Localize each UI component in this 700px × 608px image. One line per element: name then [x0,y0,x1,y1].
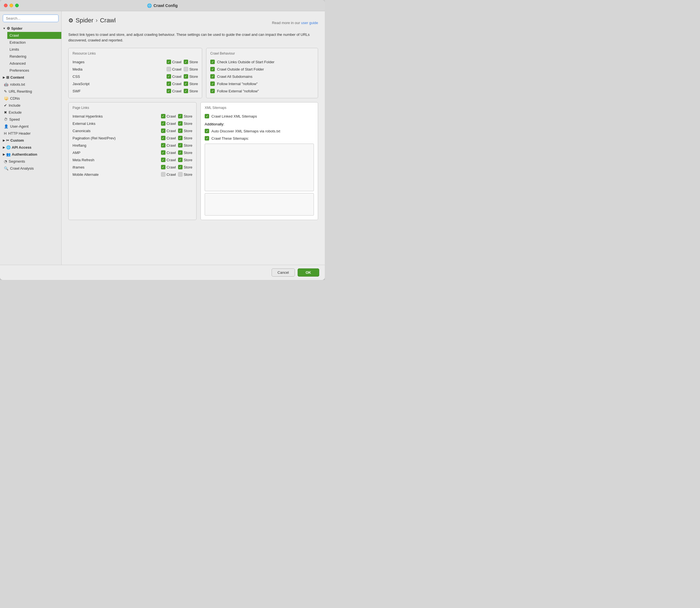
store-group: ✓Store [184,74,198,79]
link-label: Meta Refresh [73,158,161,162]
api-arrow-icon: ▶ [3,146,5,149]
checkbox[interactable]: ✓ [210,89,215,93]
sitemaps-textarea-secondary[interactable] [205,193,314,215]
sidebar-item-include[interactable]: ✔ Include [0,102,61,109]
table-row: ✓Crawl Outside of Start Folder [210,65,314,73]
checkbox[interactable]: ✓ [184,81,188,86]
speed-icon: ⏱ [4,117,7,121]
gear-icon: ⚙ [68,17,73,24]
crawl-group: ✓Crawl [161,136,176,140]
checkbox[interactable] [178,172,183,177]
link-label: Images [73,60,167,64]
table-row: ✓Follow External "nofollow" [210,87,314,95]
sidebar-item-advanced[interactable]: Advanced [7,60,61,67]
window-title: 🌐 Crawl Config [147,3,177,8]
store-group: Store [184,67,198,71]
sidebar-item-rendering[interactable]: Rendering [7,53,61,60]
sidebar-item-preferences[interactable]: Preferences [7,67,61,74]
sidebar-item-segments[interactable]: ◔ Segments [0,158,61,165]
checkbox[interactable]: ✓ [161,121,166,126]
crawl-behaviour-rows: ✓Check Links Outside of Start Folder✓Cra… [210,58,314,95]
crawl-these-row: ✓ Crawl These Sitemaps: [205,135,314,142]
checkbox[interactable]: ✓ [178,136,183,140]
checkbox[interactable]: ✓ [161,158,166,162]
content-icon: ⊞ [6,75,9,79]
sidebar-item-robots[interactable]: 🤖 robots.txt [0,81,61,88]
sidebar-rendering-label: Rendering [10,54,26,58]
sidebar-group-custom[interactable]: ▶ ✂ Custom [0,137,61,144]
sidebar-item-cdns[interactable]: 🔱 CDNs [0,95,61,102]
checkbox[interactable]: ✓ [161,129,166,133]
checkbox[interactable] [161,172,166,177]
close-button[interactable] [4,4,7,7]
checkbox[interactable]: ✓ [167,60,171,64]
checkbox[interactable]: ✓ [167,89,171,93]
additionally-text: Additionally: [205,122,224,126]
checkbox[interactable] [167,67,171,71]
checkbox[interactable]: ✓ [161,150,166,155]
sitemaps-textarea-main[interactable] [205,144,314,191]
user-guide-anchor[interactable]: user guide [301,21,318,25]
minimize-button[interactable] [10,4,13,7]
crawl-group: ✓Crawl [161,114,176,118]
ok-button[interactable]: OK [298,268,320,277]
additionally-label: Additionally: [205,120,314,127]
maximize-button[interactable] [15,4,19,7]
table-row: Images✓Crawl✓Store [73,58,198,65]
sidebar-group-content[interactable]: ▶ ⊞ Content [0,74,61,81]
sidebar-item-speed[interactable]: ⏱ Speed [0,116,61,123]
crawl-linked-checkbox[interactable]: ✓ [205,114,209,118]
sidebar-item-url-rewriting[interactable]: ✎ URL Rewriting [0,88,61,95]
titlebar: 🌐 Crawl Config [0,0,325,11]
checkbox[interactable]: ✓ [178,150,183,155]
sidebar-item-exclude[interactable]: ✖ Exclude [0,109,61,116]
sidebar-item-extraction[interactable]: Extraction [7,39,61,46]
robots-icon: 🤖 [4,82,8,87]
resource-links-rows: Images✓Crawl✓StoreMediaCrawlStoreCSS✓Cra… [73,58,198,95]
checkbox[interactable]: ✓ [210,67,215,71]
checkbox[interactable]: ✓ [184,89,188,93]
sidebar-group-api[interactable]: ▶ 🌐 API Access [0,144,61,151]
checkbox[interactable]: ✓ [161,165,166,169]
user-agent-icon: 👤 [4,124,8,129]
checkbox[interactable]: ✓ [178,143,183,148]
checkbox[interactable]: ✓ [161,143,166,148]
sidebar-group-auth[interactable]: ▶ 👥 Authentication [0,151,61,158]
url-rewriting-icon: ✎ [4,89,7,94]
sidebar-group-spider[interactable]: ▼ ⚙ Spider [0,25,61,32]
sidebar-include-label: Include [9,103,20,108]
checkbox[interactable]: ✓ [178,158,183,162]
checkbox[interactable]: ✓ [178,129,183,133]
checkbox[interactable]: ✓ [184,60,188,64]
crawl-group: ✓Crawl [167,89,182,93]
table-row: External Links✓Crawl✓Store [73,120,192,127]
checkbox[interactable]: ✓ [210,60,215,64]
search-input[interactable] [3,15,58,22]
table-row: Pagination (Rel Next/Prev)✓Crawl✓Store [73,134,192,141]
checkbox[interactable]: ✓ [178,121,183,126]
sidebar-advanced-label: Advanced [10,61,26,65]
sidebar-limits-label: Limits [10,47,19,52]
checkbox[interactable]: ✓ [161,114,166,118]
checkbox[interactable]: ✓ [210,74,215,79]
checkbox[interactable]: ✓ [167,74,171,79]
checkbox[interactable]: ✓ [184,74,188,79]
sidebar-item-crawl[interactable]: Crawl [7,32,61,39]
checkbox[interactable]: ✓ [178,114,183,118]
sidebar-extraction-label: Extraction [10,40,26,44]
page-header: ⚙ Spider › Crawl Read more in our user g… [68,17,318,28]
cancel-button[interactable]: Cancel [271,268,295,277]
store-group: ✓Store [178,129,192,133]
sidebar-item-limits[interactable]: Limits [7,46,61,53]
checkbox[interactable]: ✓ [161,136,166,140]
auto-discover-checkbox[interactable]: ✓ [205,129,209,133]
store-group: ✓Store [178,158,192,162]
checkbox[interactable] [184,67,188,71]
sidebar-item-crawl-analysis[interactable]: 🔍 Crawl Analysis [0,165,61,172]
checkbox[interactable]: ✓ [178,165,183,169]
sidebar-item-user-agent[interactable]: 👤 User-Agent [0,123,61,130]
crawl-these-checkbox[interactable]: ✓ [205,136,209,140]
sidebar-item-http-header[interactable]: H HTTP Header [0,130,61,137]
checkbox[interactable]: ✓ [210,81,215,86]
checkbox[interactable]: ✓ [167,81,171,86]
